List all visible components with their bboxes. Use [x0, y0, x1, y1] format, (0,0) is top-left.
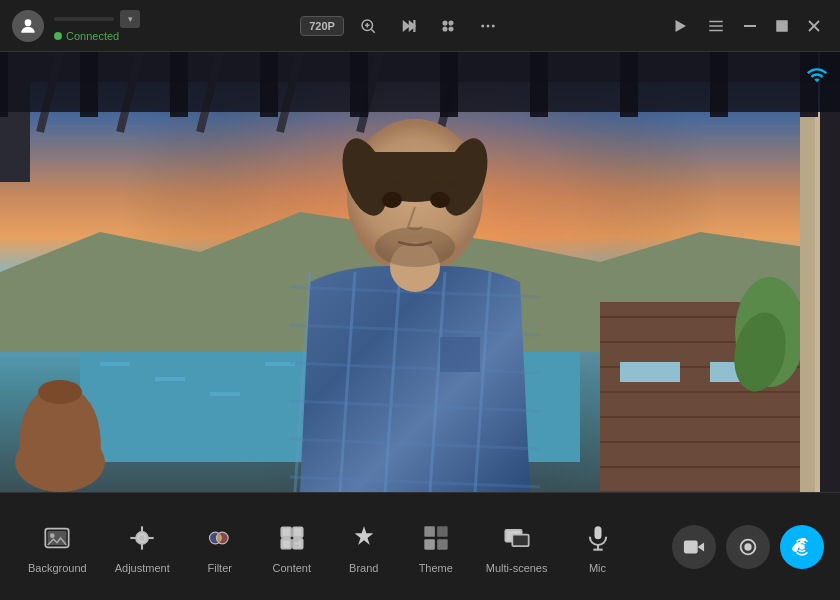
- svg-point-14: [492, 24, 495, 27]
- theme-label: Theme: [419, 562, 453, 574]
- dropdown-arrow[interactable]: ▾: [120, 10, 140, 28]
- svg-rect-37: [281, 539, 290, 548]
- svg-rect-17: [709, 25, 723, 27]
- background-label: Background: [28, 562, 87, 574]
- more-button[interactable]: [472, 10, 504, 42]
- svg-rect-46: [594, 526, 601, 539]
- svg-rect-7: [413, 20, 415, 32]
- layout-button[interactable]: [432, 10, 464, 42]
- svg-rect-20: [777, 21, 787, 31]
- svg-point-52: [799, 544, 805, 550]
- avatar: [12, 10, 44, 42]
- user-info: ▾ Connected: [54, 10, 140, 42]
- brand-icon: [346, 520, 382, 556]
- titlebar-center: 720P: [300, 10, 504, 42]
- svg-marker-15: [675, 20, 686, 32]
- record-button[interactable]: [726, 525, 770, 569]
- svg-rect-43: [437, 539, 448, 550]
- svg-point-9: [449, 21, 453, 25]
- svg-rect-19: [744, 25, 756, 27]
- video-canvas: [0, 52, 840, 492]
- svg-rect-45: [512, 534, 528, 546]
- content-icon: [274, 520, 310, 556]
- close-button[interactable]: [800, 12, 828, 40]
- svg-rect-41: [437, 526, 448, 537]
- svg-point-25: [50, 533, 55, 538]
- play-button[interactable]: [664, 10, 696, 42]
- zoom-in-button[interactable]: [352, 10, 384, 42]
- multiscenes-label: Multi-scenes: [486, 562, 548, 574]
- connected-label: Connected: [66, 30, 119, 42]
- maximize-button[interactable]: [768, 12, 796, 40]
- camera-button[interactable]: [672, 525, 716, 569]
- signal-icon: [806, 64, 828, 91]
- adjustment-icon: [124, 520, 160, 556]
- svg-point-34: [216, 535, 222, 541]
- filter-label: Filter: [208, 562, 232, 574]
- broadcast-button[interactable]: [780, 525, 824, 569]
- svg-rect-49: [684, 540, 698, 553]
- mic-label: Mic: [589, 562, 606, 574]
- tool-adjustment[interactable]: Adjustment: [103, 512, 182, 582]
- background-icon: [39, 520, 75, 556]
- menu-button[interactable]: [700, 10, 732, 42]
- svg-rect-18: [709, 29, 723, 31]
- connected-status: Connected: [54, 30, 140, 42]
- minimize-button[interactable]: [736, 12, 764, 40]
- tool-background[interactable]: Background: [16, 512, 99, 582]
- tool-content[interactable]: Content: [258, 512, 326, 582]
- mic-icon: [580, 520, 616, 556]
- tool-multiscenes[interactable]: Multi-scenes: [474, 512, 560, 582]
- username-row: ▾: [54, 10, 140, 28]
- video-area: [0, 52, 840, 492]
- svg-rect-40: [424, 526, 435, 537]
- titlebar: ▾ Connected 720P: [0, 0, 840, 52]
- svg-point-51: [744, 543, 751, 550]
- svg-point-11: [449, 27, 453, 31]
- tool-mic[interactable]: Mic: [564, 512, 632, 582]
- content-label: Content: [272, 562, 311, 574]
- svg-point-0: [25, 19, 32, 26]
- username-text: [54, 17, 114, 21]
- svg-rect-16: [709, 20, 723, 22]
- adjustment-label: Adjustment: [115, 562, 170, 574]
- svg-point-31: [139, 535, 145, 541]
- brand-label: Brand: [349, 562, 378, 574]
- theme-icon: [418, 520, 454, 556]
- svg-point-13: [486, 24, 489, 27]
- svg-rect-42: [424, 539, 435, 550]
- multiscenes-icon: [499, 520, 535, 556]
- svg-line-4: [371, 29, 374, 32]
- tool-theme[interactable]: Theme: [402, 512, 470, 582]
- tool-brand[interactable]: Brand: [330, 512, 398, 582]
- svg-rect-36: [293, 527, 302, 536]
- titlebar-left: ▾ Connected: [12, 10, 140, 42]
- svg-rect-35: [281, 527, 290, 536]
- filter-icon: [202, 520, 238, 556]
- toolbar-left: Background Adjustment: [16, 512, 632, 582]
- toolbar: Background Adjustment: [0, 492, 840, 600]
- svg-point-12: [481, 24, 484, 27]
- connected-dot: [54, 32, 62, 40]
- quality-badge: 720P: [300, 16, 344, 36]
- svg-point-10: [443, 27, 447, 31]
- toolbar-right: [672, 525, 824, 569]
- skip-button[interactable]: [392, 10, 424, 42]
- svg-point-8: [443, 21, 447, 25]
- titlebar-right: [664, 10, 828, 42]
- tool-filter[interactable]: Filter: [186, 512, 254, 582]
